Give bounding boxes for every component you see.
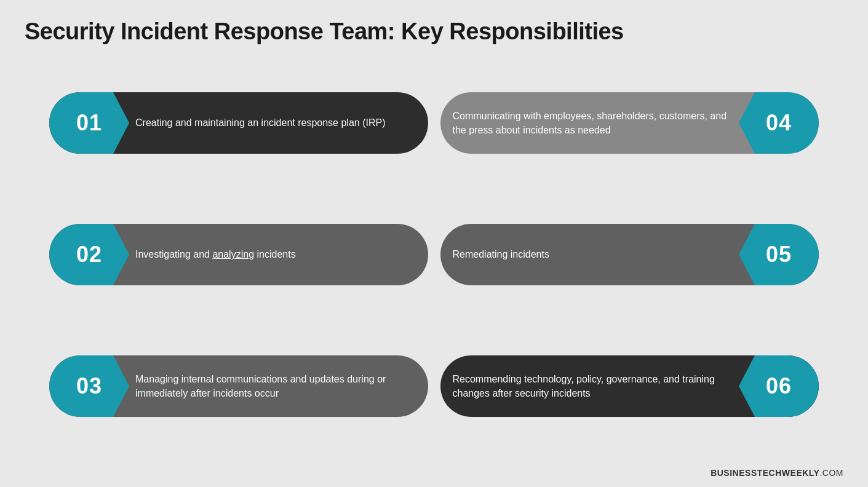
- badge-04: 04: [739, 92, 819, 154]
- card-05: Remediating incidents 05: [440, 195, 819, 314]
- brand-bold: BUSINESSTECHWEEKLY: [711, 468, 819, 478]
- badge-06: 06: [739, 355, 819, 417]
- badge-02: 02: [49, 224, 129, 285]
- page-title: Security Incident Response Team: Key Res…: [0, 0, 868, 57]
- brand-suffix: .COM: [819, 468, 843, 478]
- badge-03: 03: [49, 355, 129, 417]
- card-02: 02 Investigating and analyzing incidents: [49, 195, 428, 314]
- number-02: 02: [76, 242, 102, 267]
- cards-grid: 01 Creating and maintaining an incident …: [0, 57, 868, 452]
- number-06: 06: [766, 373, 792, 399]
- number-01: 01: [76, 110, 102, 136]
- number-05: 05: [766, 242, 792, 267]
- number-04: 04: [766, 110, 792, 136]
- badge-05: 05: [739, 224, 819, 285]
- card-03: 03 Managing internal communications and …: [49, 327, 428, 446]
- card-04: Communicating with employees, shareholde…: [440, 63, 819, 183]
- card-06: Recommending technology, policy, governa…: [440, 327, 819, 446]
- card-01: 01 Creating and maintaining an incident …: [49, 63, 428, 183]
- number-03: 03: [76, 373, 102, 399]
- text-05: Remediating incidents: [440, 247, 635, 261]
- badge-01: 01: [49, 92, 129, 154]
- footer: BUSINESSTECHWEEKLY.COM: [711, 468, 843, 478]
